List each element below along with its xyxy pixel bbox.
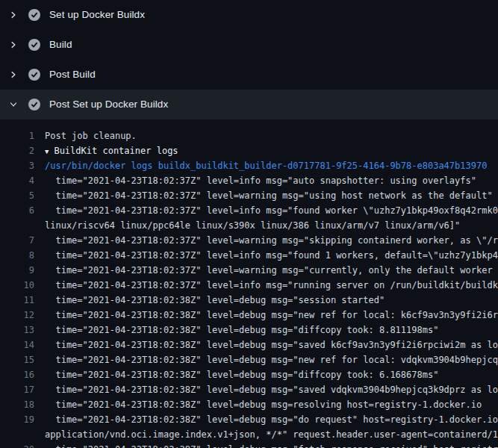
- log-line-number[interactable]: 19: [0, 412, 45, 427]
- log-line: 6 time="2021-04-23T18:02:37Z" level=info…: [0, 203, 498, 218]
- log-line-number[interactable]: 14: [0, 337, 45, 352]
- log-line-text: time="2021-04-23T18:02:38Z" level=debug …: [45, 397, 482, 412]
- step-build[interactable]: Build: [0, 30, 498, 60]
- check-circle-icon: [28, 39, 40, 51]
- log-line-text: time="2021-04-23T18:02:38Z" level=debug …: [45, 442, 498, 448]
- check-circle-icon: [28, 99, 40, 111]
- log-lines: 1 Post job cleanup. 2 ▼BuildKit containe…: [0, 128, 498, 448]
- log-output: 1 Post job cleanup. 2 ▼BuildKit containe…: [0, 119, 498, 448]
- log-line-number[interactable]: 7: [0, 233, 45, 248]
- log-line: 7 time="2021-04-23T18:02:37Z" level=warn…: [0, 233, 498, 248]
- log-line-text: time="2021-04-23T18:02:37Z" level=info m…: [45, 173, 476, 188]
- step-label: Build: [49, 40, 72, 50]
- step-label: Post Set up Docker Buildx: [49, 99, 168, 110]
- log-line: 19 time="2021-04-23T18:02:38Z" level=deb…: [0, 412, 498, 427]
- log-line: 1 Post job cleanup.: [0, 128, 498, 143]
- log-line-text: time="2021-04-23T18:02:38Z" level=debug …: [45, 382, 498, 397]
- log-line: 2 ▼BuildKit container logs: [0, 143, 498, 158]
- log-line: 4 time="2021-04-23T18:02:37Z" level=info…: [0, 173, 498, 188]
- chevron-right-icon: [9, 10, 18, 19]
- log-line-text: time="2021-04-23T18:02:37Z" level=info m…: [45, 278, 498, 293]
- check-circle-icon: [28, 9, 40, 21]
- log-line: 5 time="2021-04-23T18:02:37Z" level=warn…: [0, 188, 498, 203]
- workflow-log-viewer: Set up Docker Buildx Build Post Build Po…: [0, 0, 498, 448]
- log-line: 10 time="2021-04-23T18:02:37Z" level=inf…: [0, 278, 498, 293]
- log-line-number[interactable]: 16: [0, 367, 45, 382]
- log-line-text: time="2021-04-23T18:02:38Z" level=debug …: [45, 367, 438, 382]
- log-line: 15 time="2021-04-23T18:02:38Z" level=deb…: [0, 352, 498, 367]
- chevron-right-icon: [9, 40, 18, 49]
- log-line: 13 time="2021-04-23T18:02:38Z" level=deb…: [0, 323, 498, 337]
- step-label: Set up Docker Buildx: [49, 10, 145, 20]
- log-line-text: time="2021-04-23T18:02:37Z" level=warnin…: [45, 233, 498, 248]
- log-line-number[interactable]: 18: [0, 397, 45, 412]
- log-line-number[interactable]: 11: [0, 293, 45, 308]
- log-line-text: application/vnd.oci.image.index.v1+json,…: [45, 427, 498, 442]
- log-line: 16 time="2021-04-23T18:02:38Z" level=deb…: [0, 367, 498, 382]
- log-line-number[interactable]: 3: [0, 158, 45, 173]
- log-line-number[interactable]: [0, 218, 45, 233]
- log-line-number[interactable]: 17: [0, 382, 45, 397]
- log-line: application/vnd.oci.image.index.v1+json,…: [0, 427, 498, 442]
- check-circle-icon: [28, 69, 40, 81]
- log-line: 12 time="2021-04-23T18:02:38Z" level=deb…: [0, 308, 498, 323]
- chevron-right-icon: [9, 70, 18, 79]
- log-line-text: time="2021-04-23T18:02:37Z" level=warnin…: [45, 263, 498, 278]
- log-line: 11 time="2021-04-23T18:02:38Z" level=deb…: [0, 293, 498, 308]
- log-line-number[interactable]: 15: [0, 352, 45, 367]
- log-line-number[interactable]: 5: [0, 188, 45, 203]
- log-line-number[interactable]: 10: [0, 278, 45, 293]
- step-post-set-up-docker-buildx[interactable]: Post Set up Docker Buildx: [0, 90, 498, 119]
- log-group-toggle-icon[interactable]: ▼: [45, 148, 49, 155]
- log-line-number[interactable]: 20: [0, 442, 45, 448]
- log-line-text: ▼BuildKit container logs: [45, 143, 178, 158]
- log-line-text: time="2021-04-23T18:02:38Z" level=debug …: [45, 293, 385, 308]
- log-line-number[interactable]: 13: [0, 323, 45, 337]
- log-line-text: time="2021-04-23T18:02:37Z" level=info m…: [45, 248, 498, 263]
- log-line: 17 time="2021-04-23T18:02:38Z" level=deb…: [0, 382, 498, 397]
- log-line-text: time="2021-04-23T18:02:38Z" level=debug …: [45, 337, 498, 352]
- log-line-text: /usr/bin/docker logs buildx_buildkit_bui…: [45, 158, 487, 173]
- log-line-text: linux/riscv64 linux/ppc64le linux/s390x …: [45, 218, 460, 233]
- log-line-number[interactable]: [0, 427, 45, 442]
- log-line: 9 time="2021-04-23T18:02:37Z" level=warn…: [0, 263, 498, 278]
- log-group-label: BuildKit container logs: [54, 146, 178, 156]
- log-line: 3 /usr/bin/docker logs buildx_buildkit_b…: [0, 158, 498, 173]
- log-line-number[interactable]: 8: [0, 248, 45, 263]
- log-line: 20 time="2021-04-23T18:02:38Z" level=deb…: [0, 442, 498, 448]
- log-line-text: time="2021-04-23T18:02:38Z" level=debug …: [45, 352, 498, 367]
- log-line-text: time="2021-04-23T18:02:37Z" level=warnin…: [45, 188, 493, 203]
- step-label: Post Build: [49, 69, 96, 80]
- log-line: 8 time="2021-04-23T18:02:37Z" level=info…: [0, 248, 498, 263]
- log-line-number[interactable]: 4: [0, 173, 45, 188]
- log-line-number[interactable]: 1: [0, 128, 45, 143]
- log-line-text: time="2021-04-23T18:02:38Z" level=debug …: [45, 308, 498, 323]
- log-line-text: time="2021-04-23T18:02:38Z" level=debug …: [45, 323, 438, 337]
- log-line-number[interactable]: 6: [0, 203, 45, 218]
- step-post-build[interactable]: Post Build: [0, 60, 498, 90]
- log-line: 14 time="2021-04-23T18:02:38Z" level=deb…: [0, 337, 498, 352]
- log-line-text: Post job cleanup.: [45, 128, 137, 143]
- log-line: linux/riscv64 linux/ppc64le linux/s390x …: [0, 218, 498, 233]
- log-line-number[interactable]: 2: [0, 143, 45, 158]
- log-line-text: time="2021-04-23T18:02:37Z" level=info m…: [45, 203, 498, 218]
- log-line-number[interactable]: 9: [0, 263, 45, 278]
- log-line-number[interactable]: 12: [0, 308, 45, 323]
- log-line-text: time="2021-04-23T18:02:38Z" level=debug …: [45, 412, 498, 427]
- step-set-up-docker-buildx[interactable]: Set up Docker Buildx: [0, 0, 498, 30]
- chevron-down-icon: [9, 100, 18, 109]
- log-line: 18 time="2021-04-23T18:02:38Z" level=deb…: [0, 397, 498, 412]
